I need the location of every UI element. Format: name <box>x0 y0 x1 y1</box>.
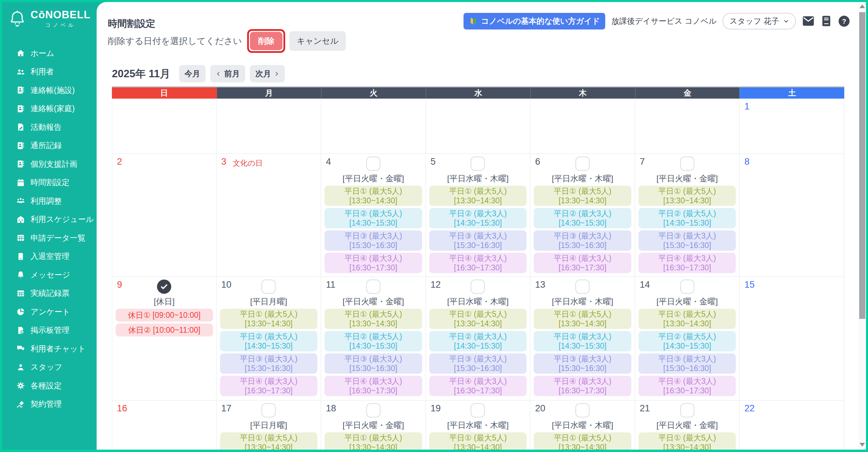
schedule-slot[interactable]: 平日③ (最大3人)[15:30~16:30] <box>324 353 422 374</box>
scroll-up-arrow-icon[interactable] <box>860 4 865 8</box>
schedule-slot[interactable]: 平日③ (最大3人)[15:30~16:30] <box>324 230 422 251</box>
schedule-slot[interactable]: 平日④ (最大3人)[16:30~17:30] <box>324 376 422 396</box>
calendar-day-cell[interactable]: 9[休日]休日① [09:00~10:00]休日② [10:00~11:00] <box>112 277 217 400</box>
schedule-slot[interactable]: 平日① (最大5人)[13:30~14:30] <box>220 309 318 329</box>
day-checkbox[interactable] <box>366 280 380 294</box>
schedule-slot[interactable]: 平日② (最大5人)[14:30~15:30] <box>638 331 736 351</box>
day-checkbox[interactable] <box>471 280 485 294</box>
calendar-day-cell[interactable]: 10[平日月曜]平日① (最大5人)[13:30~14:30]平日② (最大5人… <box>217 277 321 400</box>
sidebar-item-support-plan[interactable]: 個別支援計画 <box>2 155 97 173</box>
schedule-slot[interactable]: 平日③ (最大3人)[15:30~16:30] <box>429 230 527 251</box>
sidebar-item-settings-gear[interactable]: 各種設定 <box>2 376 97 395</box>
calendar-day-cell[interactable]: 2 <box>112 154 217 277</box>
mail-button[interactable] <box>802 15 815 27</box>
calendar-day-cell[interactable]: 18[平日火曜・金曜]平日① (最大5人)[13:30~14:30] <box>321 400 426 450</box>
schedule-slot[interactable]: 平日① (最大5人)[13:30~14:30] <box>324 186 422 206</box>
next-month-button[interactable]: 次月 <box>250 65 285 82</box>
calendar-day-cell[interactable]: 14[平日火曜・金曜]平日① (最大5人)[13:30~14:30]平日② (最… <box>635 277 740 400</box>
calendar-day-cell[interactable]: 3文化の日 <box>217 154 321 277</box>
sidebar-item-users[interactable]: 利用者 <box>2 63 97 81</box>
scrollbar-thumb[interactable] <box>859 12 865 319</box>
vertical-scrollbar[interactable] <box>859 2 866 450</box>
help-button[interactable]: ? <box>838 15 850 27</box>
cancel-button[interactable]: キャンセル <box>289 31 346 51</box>
sidebar-item-activity-report[interactable]: 活動報告 <box>2 118 97 137</box>
day-checkbox[interactable] <box>575 157 590 171</box>
scroll-down-arrow-icon[interactable] <box>860 443 865 447</box>
sidebar-item-attendance-record[interactable]: 通所記録 <box>2 137 97 155</box>
day-checkbox[interactable] <box>366 157 380 171</box>
schedule-slot[interactable]: 平日② (最大3人)[14:30~15:30] <box>429 208 527 228</box>
schedule-slot[interactable]: 平日① (最大5人)[13:30~14:30] <box>534 309 631 329</box>
day-checkbox[interactable] <box>261 280 276 294</box>
schedule-slot[interactable]: 平日③ (最大3人)[15:30~16:30] <box>220 353 318 374</box>
schedule-slot[interactable]: 平日② (最大3人)[14:30~15:30] <box>534 331 631 351</box>
day-checkbox-checked[interactable] <box>157 280 171 294</box>
sidebar-item-application-data[interactable]: 申請データ一覧 <box>2 229 97 247</box>
sidebar-item-entry-exit[interactable]: 入退室管理 <box>2 247 97 266</box>
day-checkbox[interactable] <box>261 403 276 417</box>
calendar-day-cell[interactable]: 1 <box>739 99 844 154</box>
sidebar-item-notebook-facility[interactable]: 連絡帳(施設) <box>2 81 97 100</box>
schedule-slot[interactable]: 平日① (最大5人)[13:30~14:30] <box>324 432 422 450</box>
day-checkbox[interactable] <box>680 157 694 171</box>
schedule-slot[interactable]: 休日② [10:00~11:00] <box>116 324 213 336</box>
day-checkbox[interactable] <box>471 157 485 171</box>
schedule-slot[interactable]: 平日① (最大5人)[13:30~14:30] <box>429 432 527 450</box>
schedule-slot[interactable]: 平日① (最大5人)[13:30~14:30] <box>534 432 631 450</box>
schedule-slot[interactable]: 平日① (最大5人)[13:30~14:30] <box>638 186 736 206</box>
sidebar-item-timetable[interactable]: 時間割設定 <box>2 173 97 192</box>
staff-dropdown[interactable]: スタッフ 花子 <box>723 13 796 29</box>
schedule-slot[interactable]: 平日① (最大5人)[13:30~14:30] <box>220 432 318 450</box>
this-month-button[interactable]: 今月 <box>179 65 205 82</box>
schedule-slot[interactable]: 平日④ (最大3人)[16:30~17:30] <box>638 376 736 396</box>
schedule-slot[interactable]: 平日② (最大5人)[14:30~15:30] <box>638 208 736 228</box>
schedule-slot[interactable]: 平日③ (最大3人)[15:30~16:30] <box>638 353 736 374</box>
calendar-day-cell[interactable]: 11[平日火曜・金曜]平日① (最大5人)[13:30~14:30]平日② (最… <box>321 277 426 400</box>
schedule-slot[interactable]: 平日④ (最大3人)[16:30~17:30] <box>534 253 631 273</box>
schedule-slot[interactable]: 平日③ (最大3人)[15:30~16:30] <box>534 353 631 374</box>
day-checkbox[interactable] <box>471 403 485 417</box>
sidebar-item-bulletin-check[interactable]: 掲示板管理 <box>2 321 97 340</box>
schedule-slot[interactable]: 平日① (最大5人)[13:30~14:30] <box>429 309 527 329</box>
calendar-day-cell[interactable]: 12[平日水曜・木曜]平日① (最大5人)[13:30~14:30]平日② (最… <box>426 277 531 400</box>
schedule-slot[interactable]: 休日① [09:00~10:00] <box>116 309 213 322</box>
schedule-slot[interactable]: 平日④ (最大3人)[16:30~17:30] <box>429 253 527 273</box>
calendar-day-cell[interactable]: 15 <box>739 277 844 400</box>
schedule-slot[interactable]: 平日④ (最大3人)[16:30~17:30] <box>534 376 631 396</box>
schedule-slot[interactable]: 平日① (最大5人)[13:30~14:30] <box>638 309 736 329</box>
schedule-slot[interactable]: 平日④ (最大3人)[16:30~17:30] <box>429 376 527 396</box>
schedule-slot[interactable]: 平日④ (最大3人)[16:30~17:30] <box>220 376 318 396</box>
usage-guide-button[interactable]: コノベルの基本的な使い方ガイド <box>463 13 605 29</box>
sidebar-item-staff[interactable]: スタッフ <box>2 358 97 377</box>
sidebar-item-user-chat[interactable]: 利用者チャット <box>2 340 97 358</box>
sidebar-item-usage-adjust[interactable]: 利用調整 <box>2 192 97 210</box>
calendar-day-cell[interactable]: 7[平日火曜・金曜]平日① (最大5人)[13:30~14:30]平日② (最大… <box>635 154 740 277</box>
calendar-day-cell[interactable]: 19[平日水曜・木曜]平日① (最大5人)[13:30~14:30] <box>426 400 531 450</box>
calendar-day-cell[interactable]: 22 <box>739 400 844 450</box>
calendar-day-cell[interactable]: 8 <box>739 154 844 277</box>
sidebar-item-notebook-home[interactable]: 連絡帳(家庭) <box>2 100 97 118</box>
calendar-day-cell[interactable]: 13[平日水曜・木曜]平日① (最大5人)[13:30~14:30]平日② (最… <box>530 277 635 400</box>
schedule-slot[interactable]: 平日② (最大3人)[14:30~15:30] <box>534 208 631 228</box>
schedule-slot[interactable]: 平日④ (最大3人)[16:30~17:30] <box>324 253 422 273</box>
sidebar-item-results-record[interactable]: 実績記録票 <box>2 284 97 303</box>
schedule-slot[interactable]: 平日② (最大5人)[14:30~15:30] <box>220 331 318 351</box>
day-checkbox[interactable] <box>575 280 590 294</box>
schedule-slot[interactable]: 平日② (最大5人)[14:30~15:30] <box>324 208 422 228</box>
calendar-day-cell[interactable]: 5[平日水曜・木曜]平日① (最大5人)[13:30~14:30]平日② (最大… <box>426 154 531 277</box>
calendar-day-cell[interactable]: 16 <box>112 400 217 450</box>
schedule-slot[interactable]: 平日② (最大5人)[14:30~15:30] <box>324 331 422 351</box>
calendar-day-cell[interactable]: 17[平日月曜]平日① (最大5人)[13:30~14:30] <box>217 400 321 450</box>
sidebar-item-message-bell[interactable]: メッセージ <box>2 266 97 284</box>
schedule-slot[interactable]: 平日③ (最大3人)[15:30~16:30] <box>534 230 631 251</box>
schedule-slot[interactable]: 平日① (最大5人)[13:30~14:30] <box>324 309 422 329</box>
schedule-slot[interactable]: 平日③ (最大3人)[15:30~16:30] <box>638 230 736 251</box>
schedule-slot[interactable]: 平日① (最大5人)[13:30~14:30] <box>638 432 736 450</box>
calendar-day-cell[interactable]: 21[平日火曜・金曜]平日① (最大5人)[13:30~14:30] <box>635 400 740 450</box>
sidebar-item-contract-pen[interactable]: 契約管理 <box>2 395 97 414</box>
sidebar-item-home[interactable]: ホーム <box>2 44 97 63</box>
calendar-day-cell[interactable]: 20[平日水曜・木曜]平日① (最大5人)[13:30~14:30] <box>530 400 635 450</box>
day-checkbox[interactable] <box>366 403 380 417</box>
day-checkbox[interactable] <box>680 403 694 417</box>
